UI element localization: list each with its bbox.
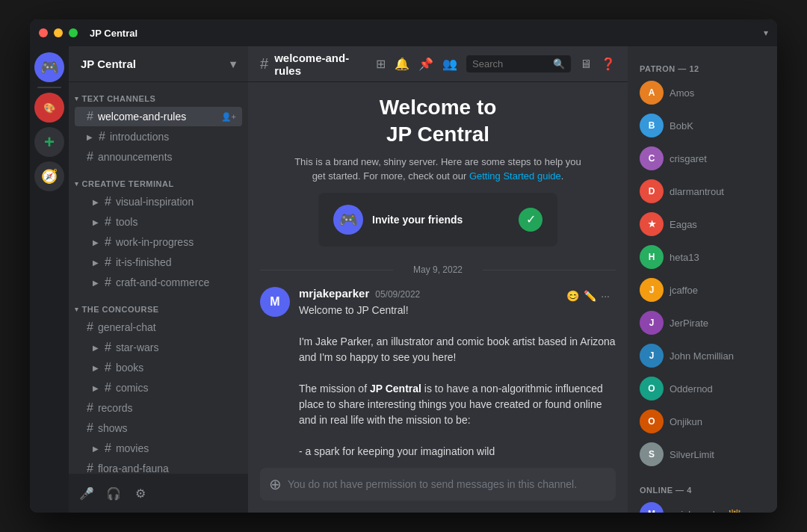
list-item[interactable]: H heta13 (634, 241, 771, 273)
channel-header: # welcome-and-rules ⊞ 🔔 📌 👥 🔍 🖥 ❓ (248, 46, 628, 82)
list-item[interactable]: A Amos (634, 76, 771, 109)
search-input[interactable] (472, 58, 548, 69)
headset-button[interactable]: 🎧 (102, 481, 126, 505)
member-name: jcaffoe (670, 285, 698, 296)
channel-name: visual-inspiration (116, 196, 236, 208)
sidebar-server-name: JP Central (81, 58, 136, 70)
add-attachment-icon[interactable]: ⊕ (269, 475, 282, 493)
list-item[interactable]: S SilverLimit (634, 438, 771, 471)
list-item[interactable]: D dlarmantrout (634, 175, 771, 208)
channel-flora-and-fauna[interactable]: # flora-and-fauna (75, 459, 242, 474)
mic-button[interactable]: 🎤 (75, 481, 99, 505)
channel-arrow-icon: ▶ (93, 384, 99, 392)
list-item[interactable]: J jcaffoe (634, 273, 771, 306)
server-icon-jp[interactable]: 🎨 (34, 93, 64, 123)
member-name: heta13 (670, 252, 699, 263)
channels-icon[interactable]: ⊞ (376, 57, 386, 71)
add-server-button[interactable]: + (34, 127, 64, 157)
input-area: ⊕ You do not have permission to send mes… (248, 462, 628, 513)
channel-star-wars[interactable]: ▶ # star-wars (75, 338, 242, 357)
avatar: C (640, 146, 664, 170)
channel-hash-icon: # (105, 276, 111, 289)
welcome-section: Welcome toJP Central This is a brand new… (260, 94, 616, 247)
avatar: J (640, 278, 664, 302)
category-arrow-icon: ▾ (75, 95, 79, 102)
minimize-button[interactable] (54, 28, 63, 37)
category-arrow-icon: ▾ (75, 180, 79, 188)
category-text-channels[interactable]: ▾ TEXT CHANNELS (69, 82, 248, 106)
channel-action-icon[interactable]: 👤+ (221, 112, 236, 122)
channel-shows[interactable]: # shows (75, 418, 242, 438)
member-name: BobK (670, 120, 693, 132)
category-creative-terminal[interactable]: ▾ CREATIVE TERMINAL (69, 167, 248, 191)
channel-name: flora-and-fauna (98, 463, 236, 474)
message-edit-icon[interactable]: ✏️ (584, 290, 596, 302)
list-item[interactable]: M mrjakeparker 👑 (634, 498, 771, 513)
channel-hash-icon: # (105, 195, 111, 208)
table-row: M mrjakeparker 05/09/2022 Welcome to JP … (260, 287, 616, 462)
channel-craft-and-commerce[interactable]: ▶ # craft-and-commerce (75, 273, 242, 292)
channel-comics[interactable]: ▶ # comics (75, 378, 242, 398)
list-item[interactable]: O Oddernod (634, 372, 771, 405)
avatar: M (260, 287, 290, 317)
message-more-icon[interactable]: ··· (601, 290, 610, 302)
list-item[interactable]: B BobK (634, 109, 771, 142)
message-date: 05/09/2022 (375, 289, 420, 300)
message-text: Welcome to JP Central! I'm Jake Parker, … (299, 303, 616, 462)
members-icon[interactable]: 👥 (442, 57, 457, 71)
channel-books[interactable]: ▶ # books (75, 358, 242, 377)
member-name: JerPirate (670, 318, 708, 329)
close-button[interactable] (39, 28, 48, 37)
server-icon-discord[interactable]: 🎮 (34, 52, 64, 82)
search-box[interactable]: 🔍 (466, 55, 571, 72)
category-the-concourse[interactable]: ▾ THE CONCOURSE (69, 293, 248, 317)
discover-button[interactable]: 🧭 (34, 161, 64, 191)
channel-arrow-icon: ▶ (93, 364, 99, 372)
channel-welcome-and-rules[interactable]: # welcome-and-rules 👤+ (75, 107, 242, 126)
channel-name: books (116, 362, 236, 374)
channel-tools[interactable]: ▶ # tools (75, 212, 242, 232)
settings-button[interactable]: ⚙ (129, 481, 152, 505)
avatar: J (640, 311, 664, 335)
channel-arrow-icon: ▶ (93, 238, 99, 247)
sidebar-header[interactable]: JP Central ▾ (69, 46, 248, 82)
channel-general-chat[interactable]: # general-chat (75, 318, 242, 337)
channel-work-in-progress[interactable]: ▶ # work-in-progress (75, 232, 242, 252)
message-author: mrjakeparker (299, 287, 369, 300)
inbox-icon[interactable]: 🖥 (580, 58, 592, 71)
pin-icon[interactable]: 📌 (418, 57, 433, 71)
bell-icon[interactable]: 🔔 (395, 57, 409, 71)
category-arrow-icon: ▾ (75, 306, 79, 313)
online-section-header: ONLINE — 4 (634, 480, 771, 498)
channel-name: comics (116, 382, 236, 394)
list-item[interactable]: O Onjikun (634, 405, 771, 438)
channel-announcements[interactable]: # announcements (75, 147, 242, 167)
sidebar-channels: ▾ TEXT CHANNELS # welcome-and-rules 👤+ ▶… (69, 82, 248, 474)
member-name: SilverLimit (670, 449, 714, 460)
list-item[interactable]: ★ Eagas (634, 208, 771, 241)
channel-records[interactable]: # records (75, 398, 242, 418)
member-name: Onjikun (670, 416, 702, 427)
channel-name: it-is-finished (116, 256, 236, 268)
channel-movies[interactable]: ▶ # movies (75, 439, 242, 458)
help-icon[interactable]: ❓ (601, 57, 616, 71)
category-label: CREATIVE TERMINAL (82, 179, 174, 188)
channel-introductions[interactable]: ▶ # introductions (75, 127, 242, 146)
welcome-title: Welcome toJP Central (380, 94, 497, 149)
channel-arrow-icon: ▶ (93, 445, 99, 453)
channel-it-is-finished[interactable]: ▶ # it-is-finished (75, 253, 242, 272)
list-item[interactable]: J John Mcmillian (634, 339, 771, 372)
app-body: 🎮 🎨 + 🧭 JP Central ▾ ▾ TEXT CHANNELS # w… (30, 46, 777, 513)
list-item[interactable]: J JerPirate (634, 306, 771, 339)
channel-name: shows (98, 422, 236, 434)
invite-card[interactable]: 🎮 Invite your friends ✓ (318, 193, 557, 247)
emoji-reaction-icon[interactable]: 😊 (566, 290, 579, 302)
avatar: H (640, 245, 664, 269)
channel-visual-inspiration[interactable]: ▶ # visual-inspiration (75, 192, 242, 211)
getting-started-link[interactable]: Getting Started guide (469, 170, 561, 182)
list-item[interactable]: C crisgaret (634, 142, 771, 175)
channel-hash-icon: # (105, 381, 111, 395)
channel-hash-icon: # (87, 321, 93, 334)
sidebar-header-chevron-icon: ▾ (230, 58, 236, 71)
maximize-button[interactable] (69, 28, 78, 37)
